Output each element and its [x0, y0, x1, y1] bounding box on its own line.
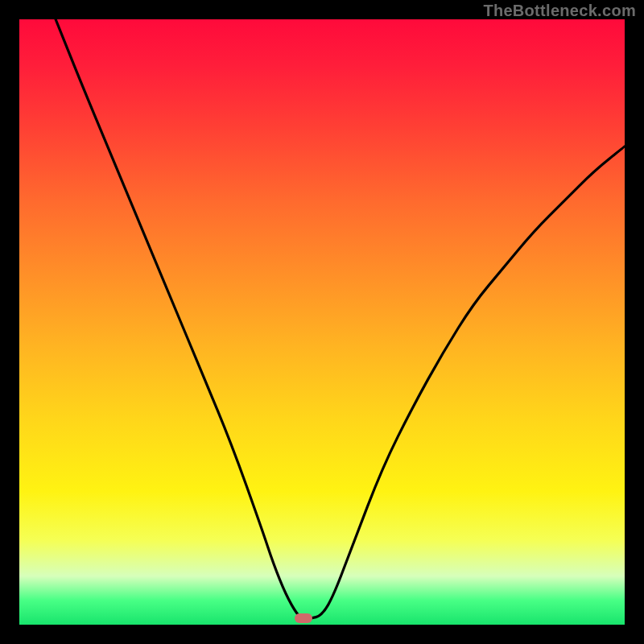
curve-layer — [19, 19, 625, 625]
minimum-marker — [295, 613, 312, 623]
watermark-text: TheBottleneck.com — [483, 2, 636, 20]
bottleneck-curve — [56, 19, 625, 619]
chart-frame: TheBottleneck.com — [0, 0, 644, 644]
plot-area — [19, 19, 625, 625]
